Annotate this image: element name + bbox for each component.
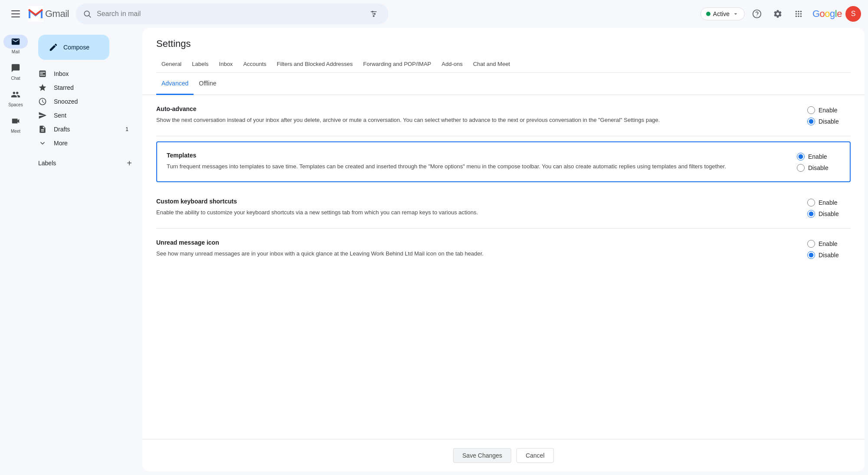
keyboard-shortcuts-info: Custom keyboard shortcuts Enable the abi… bbox=[156, 198, 793, 217]
drafts-label: Drafts bbox=[54, 126, 118, 133]
tab-forwarding[interactable]: Forwarding and POP/IMAP bbox=[358, 56, 437, 73]
active-label: Active bbox=[713, 10, 730, 17]
add-label-button[interactable]: + bbox=[123, 157, 135, 169]
compose-button[interactable]: Compose bbox=[38, 35, 109, 60]
compose-label: Compose bbox=[63, 44, 89, 51]
save-changes-button[interactable]: Save Changes bbox=[453, 448, 511, 463]
bottom-actions: Save Changes Cancel bbox=[142, 439, 865, 472]
hamburger-button[interactable] bbox=[7, 5, 24, 23]
nav-sent[interactable]: Sent bbox=[31, 108, 135, 122]
keyboard-shortcuts-desc: Enable the ability to customize your key… bbox=[156, 208, 793, 217]
auto-advance-disable-option[interactable]: Disable bbox=[807, 118, 839, 125]
left-nav-mail[interactable]: Mail bbox=[0, 31, 31, 58]
nav-drafts[interactable]: Drafts 1 bbox=[31, 122, 135, 136]
templates-row: Templates Turn frequent messages into te… bbox=[156, 141, 851, 182]
tab-labels[interactable]: Labels bbox=[187, 56, 214, 73]
search-filter-button[interactable] bbox=[366, 6, 381, 22]
svg-point-14 bbox=[796, 13, 797, 15]
svg-point-15 bbox=[798, 13, 799, 15]
search-input[interactable] bbox=[97, 10, 361, 18]
unread-icon-info: Unread message icon See how many unread … bbox=[156, 239, 793, 259]
tab-addons[interactable]: Add-ons bbox=[437, 56, 468, 73]
hamburger-line bbox=[11, 10, 20, 11]
avatar[interactable]: S bbox=[845, 6, 861, 22]
gmail-logo[interactable]: Gmail bbox=[28, 6, 69, 22]
tab-filters[interactable]: Filters and Blocked Addresses bbox=[272, 56, 358, 73]
unread-icon-disable-radio[interactable] bbox=[807, 251, 815, 259]
left-nav-spaces[interactable]: Spaces bbox=[0, 84, 31, 111]
auto-advance-disable-label: Disable bbox=[819, 118, 839, 125]
svg-point-1 bbox=[84, 11, 89, 16]
apps-button[interactable] bbox=[790, 5, 807, 23]
labels-title: Labels bbox=[38, 160, 56, 167]
unread-icon-options: Enable Disable bbox=[807, 239, 851, 259]
drafts-icon bbox=[38, 125, 47, 134]
left-icon-mail-pill bbox=[3, 35, 28, 49]
unread-icon-desc: See how many unread messages are in your… bbox=[156, 249, 793, 259]
left-icon-nav: Mail Chat Spaces Meet bbox=[0, 28, 31, 475]
snoozed-label: Snoozed bbox=[54, 98, 128, 105]
svg-point-19 bbox=[800, 16, 802, 17]
tab-accounts[interactable]: Accounts bbox=[238, 56, 271, 73]
tab-general[interactable]: General bbox=[156, 56, 187, 73]
clock-icon bbox=[38, 97, 47, 106]
sidebar: Compose Inbox Starred Snoozed Sent bbox=[31, 28, 142, 475]
templates-disable-option[interactable]: Disable bbox=[797, 164, 829, 172]
settings-header: Settings General Labels Inbox Accounts F… bbox=[142, 28, 865, 73]
left-nav-chat[interactable]: Chat bbox=[0, 58, 31, 84]
templates-desc: Turn frequent messages into templates to… bbox=[167, 162, 783, 171]
help-button[interactable] bbox=[748, 5, 766, 23]
nav-inbox[interactable]: Inbox bbox=[31, 67, 135, 81]
auto-advance-disable-radio[interactable] bbox=[807, 118, 815, 125]
unread-icon-enable-label: Enable bbox=[819, 240, 838, 247]
google-text: Google bbox=[812, 8, 842, 20]
keyboard-shortcuts-enable-option[interactable]: Enable bbox=[807, 199, 838, 206]
left-nav-meet-label: Meet bbox=[11, 129, 20, 134]
templates-enable-label: Enable bbox=[808, 153, 827, 160]
left-icon-meet-pill bbox=[3, 114, 28, 128]
drafts-badge: 1 bbox=[125, 126, 128, 132]
gmail-m-icon bbox=[28, 6, 43, 22]
tab-inbox[interactable]: Inbox bbox=[214, 56, 238, 73]
unread-icon-enable-option[interactable]: Enable bbox=[807, 240, 838, 248]
auto-advance-enable-radio[interactable] bbox=[807, 106, 815, 114]
nav-more[interactable]: More bbox=[31, 136, 135, 150]
keyboard-shortcuts-disable-option[interactable]: Disable bbox=[807, 210, 839, 218]
subtab-offline[interactable]: Offline bbox=[194, 73, 221, 95]
unread-icon-disable-option[interactable]: Disable bbox=[807, 251, 839, 259]
svg-point-18 bbox=[798, 16, 799, 17]
tab-chat-meet[interactable]: Chat and Meet bbox=[468, 56, 515, 73]
inbox-label: Inbox bbox=[54, 70, 128, 77]
auto-advance-enable-option[interactable]: Enable bbox=[807, 106, 838, 114]
search-bar[interactable] bbox=[76, 3, 388, 24]
left-nav-meet[interactable]: Meet bbox=[0, 111, 31, 137]
nav-snoozed[interactable]: Snoozed bbox=[31, 95, 135, 108]
templates-enable-option[interactable]: Enable bbox=[797, 153, 827, 161]
send-icon bbox=[38, 111, 47, 120]
svg-point-8 bbox=[373, 16, 375, 17]
keyboard-shortcuts-enable-radio[interactable] bbox=[807, 199, 815, 206]
unread-icon-enable-radio[interactable] bbox=[807, 240, 815, 248]
unread-icon-title: Unread message icon bbox=[156, 239, 793, 246]
auto-advance-enable-label: Enable bbox=[819, 107, 838, 114]
compose-icon bbox=[49, 43, 58, 52]
active-status-button[interactable]: Active bbox=[700, 7, 745, 20]
subtab-advanced[interactable]: Advanced bbox=[156, 73, 194, 95]
svg-point-13 bbox=[800, 11, 802, 13]
templates-disable-radio[interactable] bbox=[797, 164, 805, 172]
main-layout: Mail Chat Spaces Meet Compose bbox=[0, 28, 868, 475]
svg-point-16 bbox=[800, 13, 802, 15]
keyboard-shortcuts-disable-radio[interactable] bbox=[807, 210, 815, 218]
cancel-button[interactable]: Cancel bbox=[516, 448, 554, 463]
sent-label: Sent bbox=[54, 112, 128, 119]
svg-point-17 bbox=[796, 16, 797, 17]
templates-enable-radio[interactable] bbox=[797, 153, 805, 161]
more-label: More bbox=[54, 140, 128, 147]
active-dot bbox=[706, 12, 710, 16]
starred-label: Starred bbox=[54, 84, 128, 91]
settings-content: Auto-advance Show the next conversation … bbox=[142, 95, 865, 439]
gmail-text: Gmail bbox=[45, 8, 69, 20]
nav-starred[interactable]: Starred bbox=[31, 81, 135, 95]
templates-title: Templates bbox=[167, 152, 783, 159]
settings-button[interactable] bbox=[769, 5, 786, 23]
